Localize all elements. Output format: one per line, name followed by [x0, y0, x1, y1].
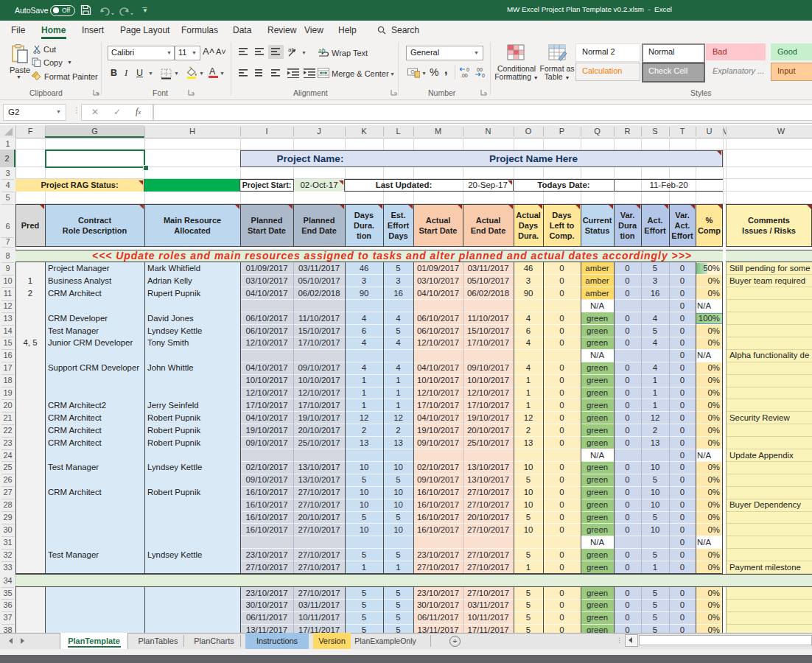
svg-text:00: 00: [477, 67, 483, 72]
svg-text:ab: ab: [288, 46, 295, 53]
svg-text:0: 0: [466, 67, 469, 72]
svg-text:0: 0: [482, 73, 485, 78]
svg-text:.00: .00: [461, 73, 468, 78]
